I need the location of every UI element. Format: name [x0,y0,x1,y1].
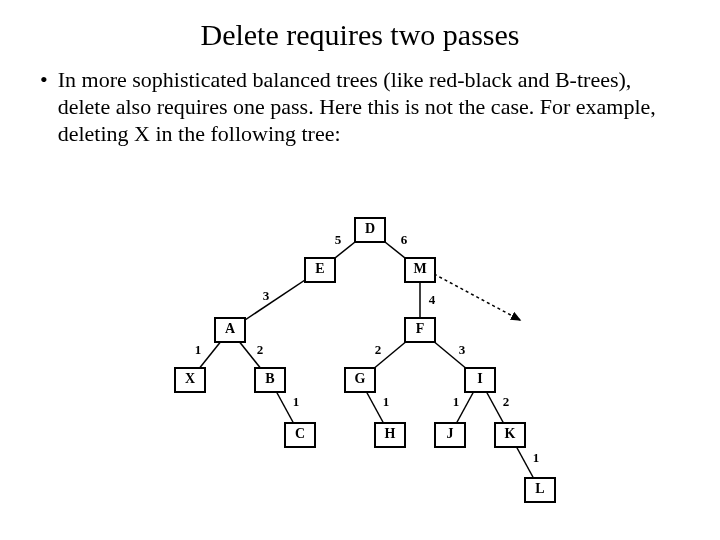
edge-label-i-k: 2 [503,394,510,410]
tree-node-i: I [464,367,496,393]
tree-edges [180,210,580,530]
edge-label-g-h: 1 [383,394,390,410]
bullet-item: • In more sophisticated balanced trees (… [0,66,720,147]
tree-node-g: G [344,367,376,393]
edge-label-a-b: 2 [257,342,264,358]
edge-label-i-j: 1 [453,394,460,410]
tree-node-c: C [284,422,316,448]
edge-label-k-l: 1 [533,450,540,466]
tree-node-m: M [404,257,436,283]
bullet-marker: • [40,66,48,94]
tree-diagram: D E M A F X B G I C H J K L 5 6 3 4 1 2 … [180,210,580,530]
tree-node-l: L [524,477,556,503]
edge-label-a-x: 1 [195,342,202,358]
tree-node-d: D [354,217,386,243]
tree-node-b: B [254,367,286,393]
svg-line-4 [434,274,520,320]
tree-node-h: H [374,422,406,448]
edge-label-m-f: 4 [429,292,436,308]
tree-node-k: K [494,422,526,448]
tree-node-x: X [174,367,206,393]
tree-node-f: F [404,317,436,343]
page-title: Delete requires two passes [0,18,720,52]
edge-label-b-c: 1 [293,394,300,410]
edge-label-d-e: 5 [335,232,342,248]
bullet-text: In more sophisticated balanced trees (li… [58,66,660,147]
edge-label-f-i: 3 [459,342,466,358]
edge-label-d-m: 6 [401,232,408,248]
edge-label-e-a: 3 [263,288,270,304]
tree-node-a: A [214,317,246,343]
tree-node-e: E [304,257,336,283]
edge-label-f-g: 2 [375,342,382,358]
tree-node-j: J [434,422,466,448]
